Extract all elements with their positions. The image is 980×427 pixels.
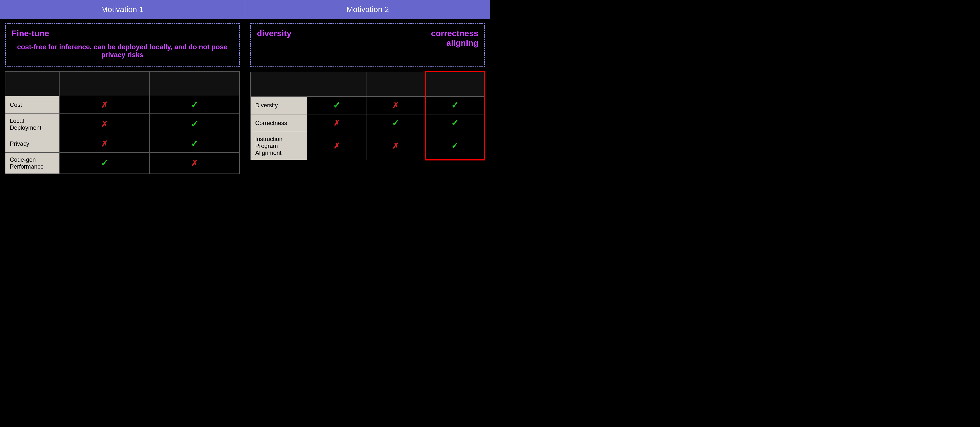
row-diversity-col3: ✓ bbox=[425, 97, 484, 114]
check-icon: ✓ bbox=[191, 100, 198, 110]
row-label-diversity: Diversity bbox=[251, 97, 307, 114]
row-correctness-col1: ✗ bbox=[307, 114, 366, 132]
motivation2-header: Motivation 2 bbox=[245, 0, 490, 19]
table-row: Privacy ✗ ✓ bbox=[5, 135, 239, 153]
table-row: Local Deployment ✗ ✓ bbox=[5, 114, 239, 135]
row-label-ipa: Instruction Program Alignment bbox=[251, 132, 307, 160]
correctness-aligning-label: correctnessaligning bbox=[431, 29, 479, 48]
cross-icon: ✗ bbox=[101, 100, 108, 109]
row-correctness-col2: ✓ bbox=[366, 114, 425, 132]
check-icon: ✓ bbox=[191, 139, 198, 149]
row-diversity-col2: ✗ bbox=[366, 97, 425, 114]
motivation2-table: Diversity ✓ ✗ ✓ Correctness ✗ ✓ ✓ Instru… bbox=[250, 71, 485, 161]
table2-header-col2 bbox=[366, 72, 425, 97]
table-row: Code-gen Performance ✓ ✗ bbox=[5, 153, 239, 174]
row-codegen-col2: ✗ bbox=[150, 153, 239, 174]
row-local-col2: ✓ bbox=[150, 114, 239, 135]
row-label-local: Local Deployment bbox=[5, 114, 59, 135]
row-local-col1: ✗ bbox=[59, 114, 150, 135]
motivation1-panel: Motivation 1 Fine-tune cost-free for inf… bbox=[0, 0, 245, 214]
cross-icon: ✗ bbox=[392, 142, 399, 150]
check-icon: ✓ bbox=[333, 100, 340, 110]
fine-tune-description: cost-free for inference, can be deployed… bbox=[11, 43, 233, 59]
row-cost-col1: ✗ bbox=[59, 96, 150, 114]
motivation2-panel: Motivation 2 diversity correctnessaligni… bbox=[245, 0, 490, 214]
check-icon: ✓ bbox=[451, 140, 458, 151]
row-correctness-col3: ✓ bbox=[425, 114, 484, 132]
table-row: Instruction Program Alignment ✗ ✗ ✓ bbox=[251, 132, 485, 160]
row-label-cost: Cost bbox=[5, 96, 59, 114]
row-ipa-col2: ✗ bbox=[366, 132, 425, 160]
cross-icon: ✗ bbox=[101, 120, 108, 129]
row-privacy-col1: ✗ bbox=[59, 135, 150, 153]
motivation1-table-section: Cost ✗ ✓ Local Deployment ✗ ✓ Privacy ✗ … bbox=[5, 71, 240, 209]
cross-icon: ✗ bbox=[392, 101, 399, 110]
table-header-empty bbox=[5, 72, 59, 96]
check-icon: ✓ bbox=[101, 158, 108, 168]
row-ipa-col1: ✗ bbox=[307, 132, 366, 160]
table2-header-col1 bbox=[307, 72, 366, 97]
check-icon: ✓ bbox=[392, 118, 399, 128]
table-header-col1 bbox=[59, 72, 150, 96]
motivation1-description-box: Fine-tune cost-free for inference, can b… bbox=[5, 23, 240, 67]
check-icon: ✓ bbox=[191, 119, 198, 129]
row-label-codegen: Code-gen Performance bbox=[5, 153, 59, 174]
row-label-correctness: Correctness bbox=[251, 114, 307, 132]
row-diversity-col1: ✓ bbox=[307, 97, 366, 114]
motivation2-description-box: diversity correctnessaligning bbox=[250, 23, 485, 67]
table-row: Correctness ✗ ✓ ✓ bbox=[251, 114, 485, 132]
motivation1-table: Cost ✗ ✓ Local Deployment ✗ ✓ Privacy ✗ … bbox=[5, 71, 240, 174]
row-privacy-col2: ✓ bbox=[150, 135, 239, 153]
table2-header-col3 bbox=[425, 72, 484, 97]
check-icon: ✓ bbox=[451, 118, 458, 128]
table-row: Diversity ✓ ✗ ✓ bbox=[251, 97, 485, 114]
motivation1-header: Motivation 1 bbox=[0, 0, 245, 19]
fine-tune-label: Fine-tune bbox=[11, 29, 233, 38]
table-row: Cost ✗ ✓ bbox=[5, 96, 239, 114]
table2-header-empty bbox=[251, 72, 307, 97]
cross-icon: ✗ bbox=[191, 159, 198, 167]
row-cost-col2: ✓ bbox=[150, 96, 239, 114]
diversity-label: diversity bbox=[257, 29, 291, 38]
row-label-privacy: Privacy bbox=[5, 135, 59, 153]
row-codegen-col1: ✓ bbox=[59, 153, 150, 174]
cross-icon: ✗ bbox=[334, 142, 340, 150]
check-icon: ✓ bbox=[451, 100, 458, 110]
cross-icon: ✗ bbox=[334, 119, 340, 127]
motivation2-table-section: Diversity ✓ ✗ ✓ Correctness ✗ ✓ ✓ Instru… bbox=[250, 71, 485, 209]
table-header-col2 bbox=[150, 72, 239, 96]
row-ipa-col3: ✓ bbox=[425, 132, 484, 160]
cross-icon: ✗ bbox=[101, 139, 108, 148]
